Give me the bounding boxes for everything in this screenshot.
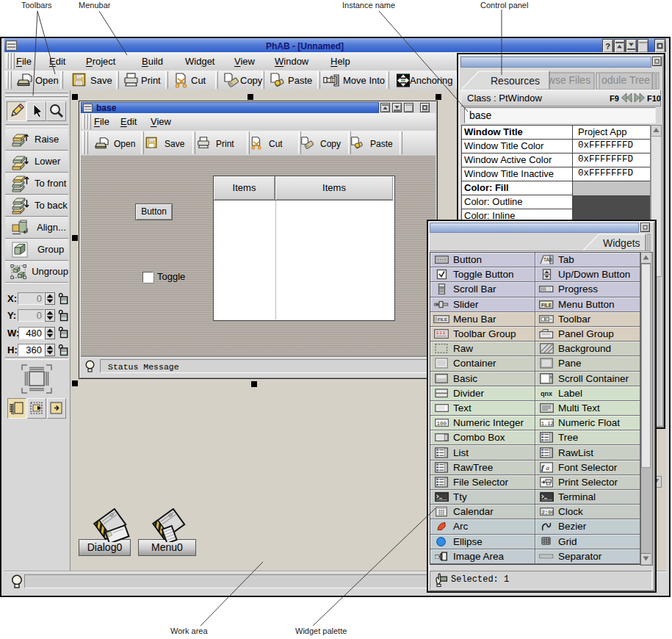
svg-text:□{: □{ [435,552,442,560]
svg-text:FILE: FILE [541,302,552,307]
svg-text:qnx: qnx [541,389,552,397]
svg-text:2:00: 2:00 [541,510,554,516]
svg-text:TAB: TAB [543,257,552,262]
svg-text:odule Tree: odule Tree [601,74,650,86]
svg-text:FILE: FILE [438,317,447,322]
svg-text:Resources: Resources [491,75,540,87]
svg-text:100: 100 [436,421,447,427]
svg-text:a: a [546,464,549,472]
svg-text:1.12: 1.12 [541,421,553,427]
svg-text:Widgets: Widgets [603,237,640,249]
